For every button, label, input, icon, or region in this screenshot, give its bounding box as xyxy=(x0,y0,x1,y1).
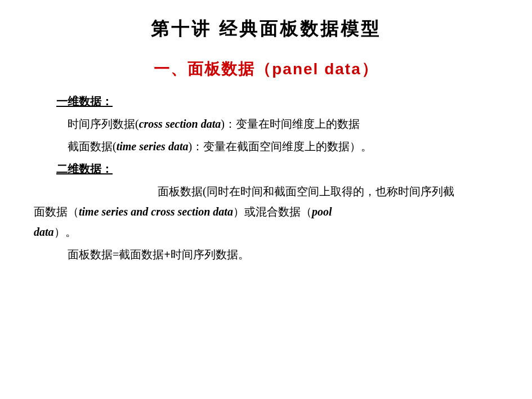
text-1d: 一维数据： xyxy=(56,95,113,107)
panel-data-block: 面板数据(同时在时间和截面空间上取得的，也称时间序列截 面数据（time ser… xyxy=(34,181,498,242)
text-cs-bold: time series data xyxy=(117,140,189,153)
text-panel-prefix: 面板数据(同时在时间和截面空间上取得的，也称时间序列截 xyxy=(34,185,454,198)
section-title: 一、面板数据（panel data） xyxy=(34,59,498,80)
main-title: 第十讲 经典面板数据模型 xyxy=(34,17,498,42)
text-2d: 二维数据： xyxy=(56,163,113,175)
panel-data-line2: 面数据（time series and cross section data）或… xyxy=(34,201,498,222)
page: 第十讲 经典面板数据模型 一、面板数据（panel data） 一维数据： 时间… xyxy=(0,0,532,399)
text-cs-suffix: )：变量在截面空间维度上的数据）。 xyxy=(188,140,372,153)
text-tscsd-bold: time series and cross section data xyxy=(79,205,233,218)
text-data-bold: data xyxy=(34,226,54,238)
line-time-series: 时间序列数据(cross section data)：变量在时间维度上的数据 xyxy=(34,114,498,134)
line-cross-section: 截面数据(time series data)：变量在截面空间维度上的数据）。 xyxy=(34,136,498,156)
text-pool-bold: pool xyxy=(312,205,332,218)
line-2d: 二维数据： xyxy=(34,159,498,179)
text-cs-prefix: 截面数据( xyxy=(68,140,117,153)
text-ts-suffix: )：变量在时间维度上的数据 xyxy=(221,118,360,130)
panel-data-line3: data）。 xyxy=(34,222,498,242)
content-area: 一维数据： 时间序列数据(cross section data)：变量在时间维度… xyxy=(34,91,498,264)
plus-sign: + xyxy=(164,248,170,261)
line-formula: 面板数据=截面数据+时间序列数据。 xyxy=(34,244,498,264)
text-ts-bold: cross section data xyxy=(139,118,221,130)
text-ts-prefix: 时间序列数据( xyxy=(68,118,139,130)
line-1d: 一维数据： xyxy=(34,91,498,111)
